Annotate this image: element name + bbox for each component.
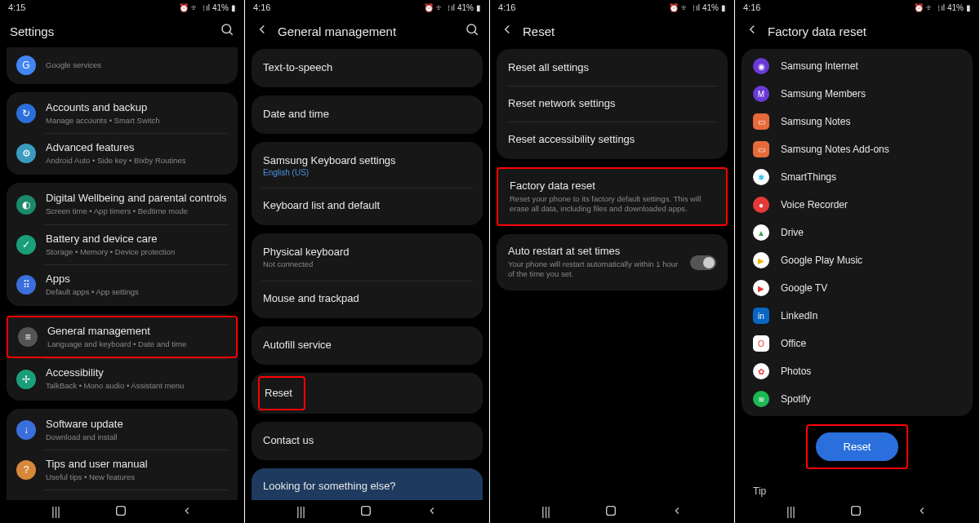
app-item: O Office [742,330,973,357]
reset-option[interactable]: Factory data resetReset your phone to it… [498,171,726,224]
back-icon[interactable] [745,22,760,40]
header: Factory data reset [735,15,979,47]
item-title: Samsung Keyboard settings [263,154,471,168]
toggle[interactable] [690,255,716,270]
row-icon: ↻ [16,104,36,123]
status-icons: ⏰ ᯤ ⫶ıl 41%▮ [179,3,236,12]
nav-recent[interactable]: ||| [786,505,795,518]
app-name: Google TV [781,282,827,294]
svg-rect-7 [852,506,861,515]
app-item: ✿ Photos [742,357,973,385]
row-icon: ⠿ [16,275,36,295]
app-icon: M [753,86,769,102]
app-item: ▭ Samsung Notes [742,108,973,135]
header: Settings [0,15,244,47]
menu-item[interactable]: Samsung Keyboard settingsEnglish (US) [252,144,483,188]
back-icon[interactable] [500,22,514,40]
nav-recent[interactable]: ||| [296,505,305,518]
item-title: Tips and user manual [46,458,228,472]
app-name: Google Play Music [781,255,862,266]
screen-settings: 4:15 ⏰ ᯤ ⫶ıl 41%▮ Settings G Google serv… [0,0,245,523]
search-icon[interactable] [220,22,234,40]
svg-rect-5 [362,506,371,515]
menu-item[interactable]: Physical keyboardNot connected [252,235,483,281]
settings-item[interactable]: ⚙ Advanced features Android Auto • Side … [7,134,238,173]
suggestion-card: Looking for something else?Navigation ba… [252,468,483,500]
settings-item[interactable]: ◐ Digital Wellbeing and parental control… [7,184,238,224]
reset-option[interactable]: Reset accessibility settings [497,122,728,157]
item-title: Battery and device care [46,233,228,246]
row-icon: ◐ [16,195,36,215]
nav-home[interactable] [114,504,127,520]
item-title: Text-to-speech [263,61,471,75]
reset-option[interactable]: Auto restart at set timesYour phone will… [497,236,728,289]
page-title: Reset [523,24,724,38]
app-icon: ▶ [753,280,769,296]
status-bar: 4:16 ⏰ ᯤ ⫶ıl41%▮ [245,0,489,15]
app-name: Drive [781,227,804,238]
item-title: Reset all settings [508,61,716,75]
menu-item[interactable]: Autofill service [252,328,483,363]
reset-option[interactable]: Reset all settings [497,51,728,86]
row-icon: ✢ [16,370,36,389]
app-name: Voice Recorder [781,199,848,211]
status-time: 4:16 [498,2,515,12]
reset-button[interactable]: Reset [816,432,899,461]
nav-back[interactable] [916,505,928,519]
nav-recent[interactable]: ||| [541,505,550,518]
app-name: Spotify [781,393,811,405]
item-title: Auto restart at set times [508,245,680,259]
menu-item[interactable]: Date and time [252,97,483,132]
app-icon: ▲ [753,224,769,241]
item-title: About phone [46,498,228,500]
nav-home[interactable] [359,504,372,520]
settings-item[interactable]: ≡ General management Language and keyboa… [7,316,238,358]
menu-item[interactable]: Text-to-speech [252,51,483,86]
status-bar: 4:15 ⏰ ᯤ ⫶ıl 41%▮ [0,0,244,15]
nav-home[interactable] [849,504,862,520]
settings-item[interactable]: ↻ Accounts and backup Manage accounts • … [7,94,238,133]
screen-factory-data-reset: 4:16 ⏰ ᯤ ⫶ıl41%▮ Factory data reset ◉ Sa… [735,0,980,523]
settings-item[interactable]: ✓ Battery and device care Storage • Memo… [7,225,238,264]
item-sub: English (US) [263,168,471,177]
back-icon[interactable] [255,22,270,40]
app-name: Samsung Notes [781,116,850,127]
header: General management [245,15,489,47]
settings-item[interactable]: ↓ Software update Download and install [7,410,238,450]
nav-home[interactable] [604,504,617,520]
svg-rect-2 [117,506,126,515]
settings-item[interactable]: ⠿ Apps Default apps • App settings [7,265,238,304]
nav-bar: ||| [735,500,979,523]
nav-back[interactable] [671,505,683,519]
app-icon: ▶ [753,252,769,268]
tip-section: Tip You can use Smart Switch to back up … [742,477,973,500]
reset-option[interactable]: Reset network settings [497,86,728,122]
settings-item[interactable]: ? Tips and user manual Useful tips • New… [7,450,238,490]
item-sub: Language and keyboard • Date and time [47,339,226,349]
item-title: Reset accessibility settings [508,133,716,147]
row-icon: ⚙ [16,144,36,163]
item-title: Google services [46,60,228,70]
item-title: Reset network settings [508,97,716,111]
item-sub: Android Auto • Side key • Bixby Routines [46,156,228,166]
menu-item[interactable]: Mouse and trackpad [252,281,483,317]
menu-item[interactable]: Contact us [252,423,483,459]
item-title: Apps [46,273,228,286]
nav-back[interactable] [426,505,438,519]
menu-item[interactable]: Keyboard list and default [252,188,483,224]
status-time: 4:16 [253,2,270,12]
settings-item[interactable]: G Google services [7,47,238,82]
app-item: ▶ Google Play Music [742,246,973,274]
item-sub: Reset your phone to its factory default … [510,194,715,215]
settings-item[interactable]: ✢ Accessibility TalkBack • Mono audio • … [7,359,238,398]
app-name: LinkedIn [781,310,817,321]
nav-back[interactable] [181,505,193,519]
svg-line-4 [474,32,478,35]
search-icon[interactable] [465,22,479,40]
app-icon: O [753,335,769,352]
settings-item[interactable]: i About phone Status • Legal information… [7,490,238,500]
tip-title: Tip [753,485,961,497]
menu-item-reset[interactable]: Reset [260,378,304,410]
nav-recent[interactable]: ||| [51,505,60,518]
item-title: Keyboard list and default [263,199,471,213]
